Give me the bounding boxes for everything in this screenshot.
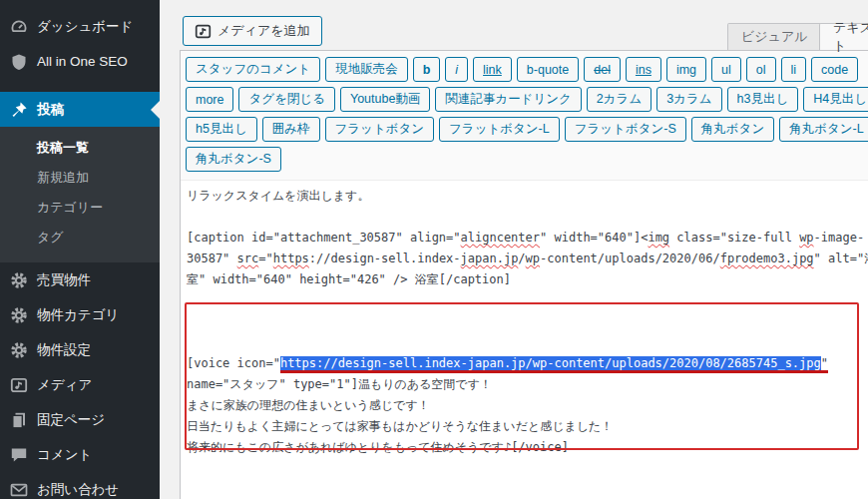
active-menu-arrow bbox=[151, 101, 160, 119]
sidebar-item-label: コメント bbox=[37, 446, 92, 464]
tab-text-label: テキスト bbox=[833, 19, 868, 55]
quicktag-button-ins[interactable]: ins bbox=[626, 57, 661, 82]
text-editor-panel: スタッフのコメント現地販売会bilinkb-quotedelinsimgulol… bbox=[180, 50, 868, 499]
code-line: まさに家族の理想の住まいという感じです！ bbox=[187, 395, 868, 416]
quicktags-row: moreタグを閉じるYoutube動画関連記事カードリンク2カラム3カラムh3見… bbox=[186, 87, 867, 112]
pushpin-icon bbox=[9, 100, 28, 119]
spellcheck-squiggle: img bbox=[648, 231, 669, 245]
quicktag-button-i[interactable]: i bbox=[445, 57, 468, 82]
code-line bbox=[187, 479, 868, 499]
sidebar-item-media[interactable]: メディア bbox=[0, 367, 160, 402]
spellcheck-squiggle: aligncenter bbox=[461, 231, 540, 245]
code-line bbox=[187, 458, 868, 479]
sidebar-item-property-categories[interactable]: 物件カテゴリ bbox=[0, 297, 160, 332]
code-text: 室" width="640" height="426" /> 浴室[/capti… bbox=[187, 272, 511, 286]
post-content-textarea[interactable]: リラックスタイムを演出します。[caption id="attachment_3… bbox=[181, 181, 868, 499]
quicktag-button-H4見出し[interactable]: H4見出し bbox=[803, 87, 868, 112]
code-text: / bbox=[518, 251, 525, 265]
comment-icon bbox=[9, 445, 28, 464]
sidebar-item-label: お問い合わせ bbox=[37, 481, 119, 499]
spellcheck-squiggle: wp bbox=[526, 251, 540, 265]
posts-submenu: 投稿一覧新規追加カテゴリータグ bbox=[0, 127, 160, 262]
sidebar-item-sale-properties[interactable]: 売買物件 bbox=[0, 262, 160, 297]
quicktag-button-ol[interactable]: ol bbox=[746, 57, 776, 82]
code-line: 室" width="640" height="426" /> 浴室[/capti… bbox=[187, 269, 868, 290]
quicktag-button-h3見出し[interactable]: h3見出し bbox=[727, 87, 799, 112]
add-media-button[interactable]: メディアを追加 bbox=[183, 16, 322, 46]
sidebar-item-contact[interactable]: お問い合わせ bbox=[0, 472, 160, 499]
sidebar-subitem-tags[interactable]: タグ bbox=[0, 223, 160, 252]
sidebar-item-label: 物件カテゴリ bbox=[37, 306, 119, 324]
sidebar-item-label: 固定ページ bbox=[37, 411, 105, 429]
spellcheck-squiggle: src bbox=[237, 251, 259, 265]
quicktag-button-フラットボタン-S[interactable]: フラットボタン-S bbox=[565, 117, 686, 142]
media-icon bbox=[9, 375, 28, 394]
sidebar-item-label: All in One SEO bbox=[37, 54, 128, 69]
code-text: -content/uploads/2020/06/ bbox=[540, 251, 720, 265]
quicktag-button-code[interactable]: code bbox=[811, 57, 858, 82]
tab-visual-label: ビジュアル bbox=[741, 28, 808, 46]
sidebar-subitem-post-new[interactable]: 新規追加 bbox=[0, 163, 160, 193]
sidebar-subitem-post-list[interactable]: 投稿一覧 bbox=[0, 133, 160, 163]
quicktag-button-3カラム[interactable]: 3カラム bbox=[656, 87, 721, 112]
code-text: 将来的にもこの広さがあればゆとりをもって住めそうです♪[/voice] bbox=[187, 440, 569, 454]
pages-icon bbox=[9, 410, 28, 429]
quicktag-button-タグを閉じる[interactable]: タグを閉じる bbox=[238, 87, 334, 112]
quicktag-button-スタッフのコメント[interactable]: スタッフのコメント bbox=[186, 57, 320, 82]
code-text: ://design-sell.index- bbox=[309, 251, 461, 265]
sidebar-item-label: 投稿 bbox=[37, 101, 64, 119]
sidebar-item-comments[interactable]: コメント bbox=[0, 437, 160, 472]
spellcheck-squiggle: https bbox=[273, 251, 309, 265]
quicktag-button-li[interactable]: li bbox=[781, 57, 807, 82]
sidebar-item-dashboard[interactable]: ダッシュボード bbox=[0, 9, 160, 44]
sidebar-item-posts[interactable]: 投稿 bbox=[0, 92, 160, 127]
quicktag-button-ul[interactable]: ul bbox=[711, 57, 741, 82]
spellcheck-squiggle: fprodemo3.jpg bbox=[720, 251, 814, 265]
code-text: =" bbox=[258, 251, 272, 265]
code-text: class="size-full bbox=[669, 231, 799, 245]
quicktag-button-b[interactable]: b bbox=[413, 57, 441, 82]
sidebar-item-pages[interactable]: 固定ページ bbox=[0, 402, 160, 437]
quicktag-button-link[interactable]: link bbox=[473, 57, 512, 82]
quicktag-button-del[interactable]: del bbox=[584, 57, 621, 82]
quicktags-row: h5見出し囲み枠フラットボタンフラットボタン-Lフラットボタン-S角丸ボタン角丸… bbox=[186, 117, 867, 142]
quicktag-button-フラットボタン[interactable]: フラットボタン bbox=[325, 117, 435, 142]
sidebar-subitem-categories[interactable]: カテゴリー bbox=[0, 193, 160, 223]
gear-icon bbox=[9, 340, 28, 359]
quicktag-button-img[interactable]: img bbox=[666, 57, 706, 82]
sidebar-item-label: 売買物件 bbox=[37, 271, 91, 289]
quicktag-button-角丸ボタン-S[interactable]: 角丸ボタン-S bbox=[186, 147, 281, 172]
quicktag-button-囲み枠[interactable]: 囲み枠 bbox=[262, 117, 320, 142]
add-media-label: メディアを追加 bbox=[217, 22, 310, 40]
quicktag-button-h5見出し[interactable]: h5見出し bbox=[186, 117, 257, 142]
tab-visual[interactable]: ビジュアル bbox=[727, 23, 822, 50]
quicktag-button-b-quote[interactable]: b-quote bbox=[517, 57, 579, 82]
email-icon bbox=[9, 480, 28, 499]
quicktag-button-フラットボタン-L[interactable]: フラットボタン-L bbox=[439, 117, 560, 142]
quicktag-button-現地販売会[interactable]: 現地販売会 bbox=[325, 57, 408, 82]
quicktag-button-more[interactable]: more bbox=[186, 87, 233, 112]
shield-icon bbox=[9, 52, 28, 71]
media-icon bbox=[195, 23, 212, 40]
code-text: まさに家族の理想の住まいという感じです！ bbox=[187, 398, 430, 412]
red-underlined-text: " bbox=[821, 356, 828, 370]
spellcheck-squiggle: japan.jp bbox=[461, 251, 519, 265]
code-text: 日当たりもよく主婦にとっては家事もはかどりそうな住まいだと感じました！ bbox=[187, 419, 613, 433]
gear-icon bbox=[9, 270, 28, 289]
code-line: 将来的にもこの広さがあればゆとりをもって住めそうです♪[/voice] bbox=[187, 437, 868, 458]
sidebar-item-property-settings[interactable]: 物件設定 bbox=[0, 332, 160, 367]
spellcheck-squiggle: wp bbox=[799, 231, 813, 245]
code-text: " width="640"]< bbox=[540, 231, 648, 245]
quicktag-button-Youtube動画[interactable]: Youtube動画 bbox=[340, 87, 430, 112]
quicktag-button-角丸ボタン-L[interactable]: 角丸ボタン-L bbox=[779, 117, 868, 142]
sidebar-item-all-in-one-seo[interactable]: All in One SEO bbox=[0, 44, 160, 79]
quicktag-button-角丸ボタン[interactable]: 角丸ボタン bbox=[691, 117, 774, 142]
quicktag-button-2カラム[interactable]: 2カラム bbox=[587, 87, 651, 112]
admin-sidebar: ダッシュボードAll in One SEO投稿投稿一覧新規追加カテゴリータグ売買… bbox=[0, 0, 160, 499]
code-line bbox=[187, 332, 868, 353]
code-line: リラックスタイムを演出します。 bbox=[187, 186, 868, 207]
quicktag-button-関連記事カードリンク[interactable]: 関連記事カードリンク bbox=[435, 87, 581, 112]
code-text: " alt="浴 bbox=[814, 251, 868, 265]
tab-text[interactable]: テキスト bbox=[819, 23, 868, 50]
selected-url-text: https://design-sell.index-japan.jp/wp-co… bbox=[280, 356, 821, 370]
